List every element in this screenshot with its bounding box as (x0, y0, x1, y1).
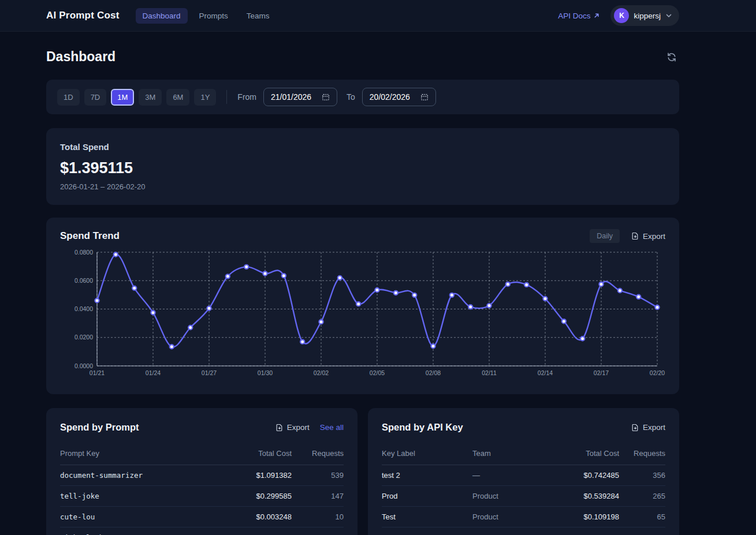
table-cell: 147 (292, 486, 344, 507)
export-icon (631, 424, 639, 432)
avatar: K (614, 8, 629, 23)
data-point (188, 326, 192, 330)
data-point (356, 302, 360, 306)
divider (226, 90, 227, 104)
data-point (562, 319, 566, 323)
data-point (95, 298, 99, 302)
total-spend-card: Total Spend $1.395115 2026-01-21 – 2026-… (46, 128, 679, 205)
y-axis-label: 0.0200 (75, 334, 93, 341)
data-point (450, 293, 454, 297)
range-button-1y[interactable]: 1Y (194, 89, 216, 106)
calendar-icon (420, 93, 429, 101)
range-button-6m[interactable]: 6M (166, 89, 189, 106)
spend-by-prompt-actions: Export See all (275, 423, 344, 432)
col-total-cost: Total Cost (219, 444, 292, 465)
data-point (487, 304, 491, 308)
table-cell: $0.109198 (552, 507, 619, 527)
data-point (375, 288, 379, 292)
table-cell: 10 (292, 507, 344, 527)
prompt-export-button[interactable]: Export (275, 423, 310, 432)
table-cell: 65 (619, 507, 665, 527)
nav-right: API Docs K kippersj (558, 5, 679, 26)
data-point (636, 295, 640, 299)
total-spend-range: 2026-01-21 – 2026-02-20 (60, 182, 665, 191)
spend-by-api-key-title: Spend by API Key (382, 422, 463, 433)
col-prompt-key: Prompt Key (60, 444, 219, 465)
spend-by-prompt-table: Prompt Key Total Cost Requests document-… (60, 444, 344, 535)
bottom-grid: Spend by Prompt Export See all (46, 408, 679, 535)
top-nav: AI Prompt Cost DashboardPromptsTeams API… (0, 0, 756, 32)
nav-tab-prompts[interactable]: Prompts (192, 8, 235, 24)
x-axis-label: 02/08 (426, 369, 441, 376)
table-cell: $0.003248 (552, 527, 619, 535)
table-cell: 539 (292, 465, 344, 486)
to-date-value: 20/02/2026 (370, 92, 410, 102)
x-axis-label: 02/14 (538, 369, 553, 376)
range-button-7d[interactable]: 7D (84, 89, 107, 106)
refresh-icon (666, 52, 677, 62)
to-date-input[interactable]: 20/02/2026 (362, 88, 436, 106)
y-axis-label: 0.0600 (75, 277, 93, 284)
table-cell: Prod (382, 486, 472, 507)
table-cell: test 2 (382, 465, 472, 486)
nav-tab-dashboard[interactable]: Dashboard (136, 8, 188, 24)
from-date-value: 21/01/2026 (271, 92, 311, 102)
data-point (524, 283, 528, 287)
y-axis-label: 0.0800 (75, 249, 93, 256)
page-title: Dashboard (46, 49, 116, 65)
x-axis-label: 02/20 (650, 369, 665, 376)
x-axis-label: 02/11 (482, 369, 497, 376)
table-cell: $0.299585 (219, 486, 292, 507)
total-spend-title: Total Spend (60, 142, 665, 152)
user-name: kippersj (634, 12, 661, 20)
api-key-export-button[interactable]: Export (631, 423, 665, 432)
chevron-down-icon (665, 12, 672, 19)
table-cell: Test (382, 507, 472, 527)
refresh-button[interactable] (664, 50, 679, 65)
chart-wrap: 0.00000.02000.04000.06000.080001/2101/24… (60, 249, 665, 381)
data-point (394, 291, 398, 295)
from-date-input[interactable]: 21/01/2026 (263, 88, 337, 106)
table-cell: 265 (619, 486, 665, 507)
table-header-row: Key Label Team Total Cost Requests (382, 444, 665, 465)
data-point (338, 276, 342, 280)
data-point (468, 305, 472, 309)
data-point (170, 345, 174, 349)
table-row: test 2—$0.742485356 (382, 465, 665, 486)
range-button-1d[interactable]: 1D (57, 89, 80, 106)
table-cell: $0.003248 (219, 507, 292, 527)
x-axis-label: 01/21 (90, 369, 105, 376)
table-row: lous test keyLou$0.00324810 (382, 527, 665, 535)
external-link-icon (593, 12, 600, 19)
table-row: pink elephants$0.0003621 (60, 527, 344, 535)
nav-tab-teams[interactable]: Teams (240, 8, 277, 24)
table-row: document-summarizer$1.091382539 (60, 465, 344, 486)
y-axis-label: 0.0000 (75, 362, 93, 369)
title-row: Dashboard (46, 49, 679, 65)
see-all-link[interactable]: See all (320, 423, 344, 432)
data-point (114, 252, 118, 256)
data-point (300, 340, 304, 344)
x-axis-label: 02/05 (370, 369, 385, 376)
spend-by-api-key-actions: Export (631, 423, 665, 432)
data-point (655, 305, 659, 309)
table-cell: 1 (292, 527, 344, 535)
granularity-button[interactable]: Daily (590, 229, 620, 243)
table-cell: Product (472, 507, 552, 527)
table-cell: Lou (472, 527, 552, 535)
x-axis-label: 02/17 (594, 369, 609, 376)
trend-export-button[interactable]: Export (631, 232, 665, 241)
main-content: Dashboard 1D7D1M3M6M1Y From 21/01/2026 (46, 32, 679, 535)
data-point (263, 271, 267, 275)
api-docs-link[interactable]: API Docs (558, 12, 600, 20)
api-key-export-label: Export (643, 423, 665, 432)
calendar-icon (322, 93, 330, 101)
range-button-1m[interactable]: 1M (111, 89, 134, 106)
data-point (580, 336, 584, 341)
range-button-3m[interactable]: 3M (139, 89, 162, 106)
user-menu[interactable]: K kippersj (610, 5, 679, 26)
export-icon (275, 424, 284, 432)
data-point (282, 274, 286, 278)
spend-by-prompt-title: Spend by Prompt (60, 422, 139, 433)
table-cell: $0.742485 (552, 465, 619, 486)
